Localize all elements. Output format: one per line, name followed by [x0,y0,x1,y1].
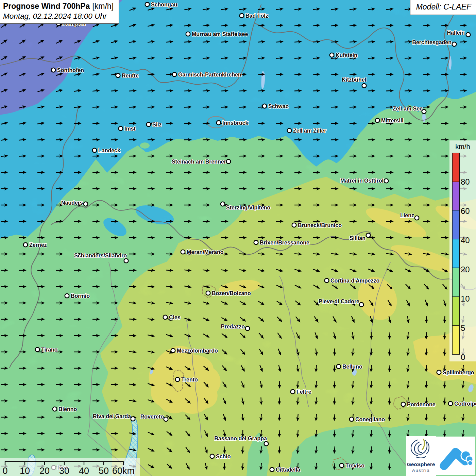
scalebar-label: 0 [2,466,7,476]
city-steinach-am-brenner: Steinach am Brenner [172,159,231,165]
city-label: Bad Tölz [245,13,268,19]
legend-segment [452,153,460,182]
city-label: Cittadella [276,467,300,473]
city-label: Belluno [342,364,362,370]
city-marker [270,468,274,472]
city-label: Bruneck/Brunico [298,222,342,228]
city-marker [164,417,168,422]
city-marker [145,2,150,7]
city-bruneck-brunico: Bruneck/Brunico [292,222,342,228]
city-label: Kitzbühel [342,77,366,83]
city-marker [366,233,371,238]
city-label: Zell am See [393,106,423,112]
geosphere-logo: GeoSphere Austria [406,436,436,476]
weather-app-logo [436,437,475,475]
city-murnau-am-staffelsee: Murnau am Staffelsee [186,31,248,37]
city-marker [415,216,419,220]
city-label: Hallein [447,30,465,36]
city-brixen-bressanone: Brixen/Bressanone [254,240,309,245]
city-label: Bozen/Bolzano [212,290,251,296]
city-label: Reutte [122,73,139,79]
legend-segment [452,239,460,268]
city-label: Mezzolombardo [177,348,218,354]
city-label: Cortina d'Ampezzo [330,278,379,284]
scalebar-label: 20 [39,466,50,476]
city-marker [291,390,295,394]
city-label: Nauders [61,200,83,206]
city-marker [181,250,185,254]
city-label: Zell am Ziller [293,128,326,134]
legend-tick-label: 0 [461,353,465,361]
city-marker [325,278,329,283]
city-marker [124,259,129,263]
city-schio: Schio [210,454,231,459]
city-marker [23,243,28,247]
city-label: Conegliano [355,417,385,422]
scalebar-label: 50 [99,466,109,476]
city-label: Sterzing/Vipiteno [226,205,271,210]
city-marker [35,347,40,352]
city-marker [171,348,175,353]
legend-panel: km/h 806040201050 [449,140,476,361]
city-label: Silz [152,122,162,128]
city-label: Codroipo [454,401,476,407]
city-mezzolombardo: Mezzolombardo [171,348,218,354]
city-label: Brixen/Bressanone [260,240,309,245]
city-marker [163,315,168,320]
city-marker [240,14,244,18]
city-label: Sonthofen [57,67,84,73]
page-title: Prognose Wind 700hPa[km/h] [3,2,114,11]
city-marker [264,442,269,446]
legend-tick-label: 5 [461,324,465,332]
city-marker [53,407,57,411]
geosphere-country: Austria [406,468,436,473]
city-marker [210,454,215,459]
city-label: Bassano del Grappa [214,436,267,441]
city-marker [262,104,267,108]
city-label: Schio [216,454,231,459]
city-marker [340,463,344,468]
city-label: Innsbruck [222,120,249,126]
scalebar-label: 60km [112,466,135,476]
city-cortina-d-ampezzo: Cortina d'Ampezzo [325,278,380,284]
city-marker [245,326,250,331]
city-label: Rovereto [140,414,164,420]
mountain-cloud-icon [436,437,475,475]
city-marker [65,294,69,298]
city-marker [172,72,177,77]
city-feltre: Feltre [291,389,311,395]
city-marker [186,32,190,36]
city-marker [221,202,225,206]
city-label: Schlanders/Silandro [74,253,127,258]
city-silz: Silz [147,122,162,128]
city-reutte: Reutte [116,73,139,79]
legend-tick-label: 40 [461,236,470,244]
city-label: Tirano [41,347,58,353]
scalebar-label: 30 [59,466,69,476]
geosphere-logo-accent [422,439,424,449]
city-label: Schwaz [268,103,288,109]
city-label: Cles [169,314,181,320]
city-marker [292,223,296,227]
city-marker [217,121,221,125]
city-imst: Imst [119,126,136,132]
city-marker [51,68,56,72]
city-marker [337,364,341,369]
city-label: Berchtesgaden [412,39,452,45]
city-marker [437,370,441,375]
city-marker [375,118,380,123]
city-marker [384,179,389,183]
city-marker [422,109,426,114]
city-label: Matrei in Osttirol [340,178,384,184]
city-tirano: Tirano [35,347,58,353]
scalebar-panel: 0102030405060km [0,458,140,476]
city-marker [147,122,151,127]
legend-tick-label: 60 [461,207,470,215]
city-marker [119,126,123,131]
city-label: Bienno [58,406,77,412]
geosphere-org-name: GeoSphere [406,462,436,467]
wind-forecast-map: SchongauBad TölzKemptenMurnau am Staffel… [0,0,476,476]
model-label: Modell: C-LAEF [410,0,476,15]
city-bozen-bolzano: Bozen/Bolzano [206,290,251,296]
legend-tick-label: 20 [461,266,470,274]
